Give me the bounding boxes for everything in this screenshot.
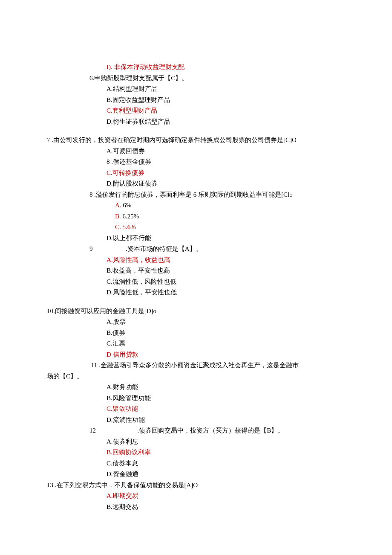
q12-num: 12: [89, 427, 96, 434]
q10-text: 10.间接融资可以应用的金融工具是[D]o: [47, 306, 345, 317]
q8-optb-label: B.: [115, 213, 121, 220]
q6-option-c: C.套利型理财产品: [47, 105, 345, 116]
q5-optd-text: 非保本浮动收益理财支配: [114, 64, 184, 70]
q10-option-b: B.债券: [47, 328, 345, 339]
q7-option-b: 8 .偿还基金债券: [47, 157, 345, 168]
q8-optc-label: C.: [115, 224, 121, 230]
q6-option-a: A.结构型理财产品: [47, 84, 345, 95]
q11-num: 11: [91, 362, 97, 369]
q11-line2: 场的【C】。: [47, 371, 345, 382]
q10-option-a: A.股票: [47, 317, 345, 328]
q6-option-b: B.固定收益型理财产品: [47, 95, 345, 106]
q13-text: 13 .在下列交易方式中，不具备保值功能的交易是[A]O: [47, 480, 345, 491]
q8-option-d: D.以上都不行能: [47, 233, 345, 244]
q6-text: 6.申购新股型理财支配属于【C】。: [47, 73, 345, 84]
q5-optd-label: I).: [107, 64, 112, 70]
q8-option-b: B. 6.25%: [47, 211, 345, 222]
q8-option-c: C. 5.6%: [47, 222, 345, 233]
q7-text: 7 .由公司发行的，投资者在确定时期内可选择确定条件转换成公司股票的公司债券是[…: [47, 135, 345, 146]
q11-option-c: C.聚敛功能: [47, 404, 345, 415]
q11-line1: 11 .金融营场引导众多分散的小额资金汇聚成投入社会再生产，这是金融市: [47, 360, 345, 371]
q13-option-b: B.远期交易: [47, 502, 345, 513]
q11-text1: .金融营场引导众多分散的小额资金汇聚成投入社会再生产，这是金融市: [99, 362, 299, 369]
q10-option-c: C.汇票: [47, 338, 345, 349]
q9-option-b: B.收益高，平安性也高: [47, 265, 345, 276]
q9-num: 9: [89, 245, 93, 252]
q13-option-a: A.即期交易: [47, 491, 345, 502]
q12-option-b: B.回购协议利率: [47, 447, 345, 458]
q9-option-d: D.风险性低，平安性也低: [47, 287, 345, 298]
q11-option-a: A.财务功能: [47, 382, 345, 393]
q5-option-d: I). 非保本浮动收益理财支配: [47, 62, 345, 73]
q12-option-a: A.债券利息: [47, 436, 345, 447]
q7-option-a: A.可赎回债券: [47, 146, 345, 157]
q8-optb-value: 6.25%: [123, 213, 139, 220]
q12-option-d: D.资金融通: [47, 469, 345, 480]
q9-option-a: A.风险性高，收益也高: [47, 255, 345, 266]
q12-option-c: C.债券本息: [47, 458, 345, 469]
q12-text: .债券回购交易中，投资方（买方）获得的是【B】。: [138, 427, 284, 434]
q12-line: 12 .债券回购交易中，投资方（买方）获得的是【B】。: [47, 425, 345, 436]
q8-opta-label: A.: [115, 202, 121, 209]
q10-option-d: D 信用贷款: [47, 349, 345, 360]
q9-text: .资本市场的特征是【A】。: [126, 245, 202, 252]
q11-option-d: D.流淌性功能: [47, 415, 345, 426]
q8-option-a: A. 6%: [47, 200, 345, 211]
q8-opta-value: 6%: [123, 202, 131, 209]
q6-option-d: D.衍生证券联结型产品: [47, 116, 345, 128]
q9-option-c: C.流淌性低，风险性也低: [47, 276, 345, 288]
q8-optc-value: 5.6%: [123, 224, 136, 230]
q8-text: 8 .溢价发行的附息债券，票面利率是 6 乐则实际的到期收益率可能是[Clo: [47, 189, 345, 200]
q7-option-d: D.附认股权证债券: [47, 178, 345, 189]
q9-line: 9 .资本市场的特征是【A】。: [47, 244, 345, 255]
q11-option-b: B.风险管理功能: [47, 393, 345, 404]
q7-option-c: C.可转换债券: [47, 168, 345, 179]
